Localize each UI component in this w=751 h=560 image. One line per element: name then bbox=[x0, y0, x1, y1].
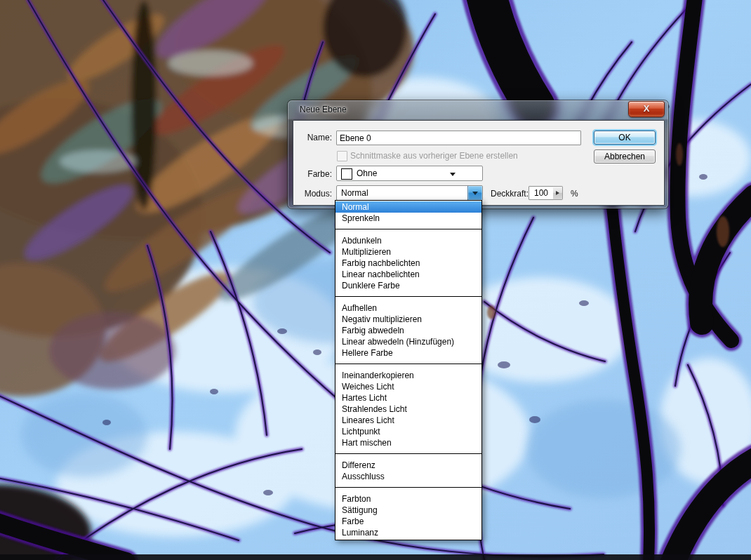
menu-item-differenz[interactable]: Differenz bbox=[335, 460, 481, 471]
color-swatch bbox=[341, 168, 352, 180]
chevron-down-icon bbox=[472, 192, 478, 195]
mode-label: Modus: bbox=[293, 189, 332, 199]
menu-item-aufhellen[interactable]: Aufhellen bbox=[335, 302, 481, 314]
mode-value: Normal bbox=[341, 188, 368, 198]
cancel-button[interactable]: Abbrechen bbox=[594, 149, 656, 164]
opacity-input[interactable] bbox=[529, 186, 554, 200]
menu-item-farbton[interactable]: Farbton bbox=[335, 493, 481, 505]
opacity-label: Deckkraft: bbox=[491, 189, 529, 199]
name-input[interactable] bbox=[336, 131, 581, 145]
menu-item-dunklere-farbe[interactable]: Dunklere Farbe bbox=[335, 280, 481, 291]
menu-item-sprenkeln[interactable]: Sprenkeln bbox=[335, 213, 481, 224]
menu-item-lineares-licht[interactable]: Lineares Licht bbox=[335, 415, 481, 426]
menu-item-weiches-licht[interactable]: Weiches Licht bbox=[335, 381, 481, 392]
menu-item-hellere-farbe[interactable]: Hellere Farbe bbox=[335, 347, 481, 359]
dialog-body: Name: OK Schnittmaske aus vorheriger Ebe… bbox=[293, 120, 665, 206]
menu-item-sättigung[interactable]: Sättigung bbox=[335, 505, 481, 516]
menu-item-lichtpunkt[interactable]: Lichtpunkt bbox=[335, 426, 481, 437]
color-select[interactable]: Ohne bbox=[336, 166, 483, 181]
name-label: Name: bbox=[293, 133, 332, 142]
close-icon: X bbox=[644, 103, 650, 114]
menu-separator bbox=[335, 296, 481, 297]
menu-separator bbox=[335, 453, 481, 454]
menu-item-strahlendes-licht[interactable]: Strahlendes Licht bbox=[335, 404, 481, 415]
menu-item-farbig-abwedeln[interactable]: Farbig abwedeln bbox=[335, 325, 481, 336]
menu-item-hartes-licht[interactable]: Hartes Licht bbox=[335, 392, 481, 404]
menu-separator bbox=[335, 229, 481, 229]
menu-item-linear-nachbelichten[interactable]: Linear nachbelichten bbox=[335, 269, 481, 280]
close-button[interactable]: X bbox=[628, 101, 665, 117]
opacity-unit: % bbox=[571, 189, 578, 199]
mode-menu: NormalSprenkelnAbdunkelnMultiplizierenFa… bbox=[335, 200, 482, 540]
menu-item-multiplizieren[interactable]: Multiplizieren bbox=[335, 246, 481, 258]
clipping-mask-label: Schnittmaske aus vorheriger Ebene erstel… bbox=[350, 151, 518, 161]
menu-item-linear-abwedeln-hinzufügen-[interactable]: Linear abwedeln (Hinzufügen) bbox=[335, 336, 481, 347]
menu-item-negativ-multiplizieren[interactable]: Negativ multiplizieren bbox=[335, 314, 481, 325]
color-value: Ohne bbox=[357, 168, 377, 178]
menu-item-ausschluss[interactable]: Ausschluss bbox=[335, 471, 481, 482]
ok-button[interactable]: OK bbox=[594, 131, 656, 145]
new-layer-dialog: Neue Ebene X Name: OK Schnittmaske aus v… bbox=[288, 100, 668, 208]
mode-dropdown-button[interactable] bbox=[467, 186, 482, 200]
menu-separator bbox=[335, 487, 481, 488]
menu-item-farbe[interactable]: Farbe bbox=[335, 516, 481, 527]
menu-item-normal[interactable]: Normal bbox=[335, 201, 481, 213]
clipping-mask-checkbox[interactable] bbox=[337, 151, 347, 161]
dialog-titlebar[interactable]: Neue Ebene X bbox=[288, 100, 668, 120]
dialog-title: Neue Ebene bbox=[300, 105, 347, 114]
opacity-stepper[interactable] bbox=[553, 186, 563, 200]
menu-item-abdunkeln[interactable]: Abdunkeln bbox=[335, 235, 481, 246]
color-label: Farbe: bbox=[293, 169, 332, 179]
menu-item-farbig-nachbelichten[interactable]: Farbig nachbelichten bbox=[335, 258, 481, 269]
menu-item-hart-mischen[interactable]: Hart mischen bbox=[335, 437, 481, 448]
arrow-right-icon bbox=[556, 191, 559, 195]
chevron-down-icon bbox=[450, 173, 456, 176]
menu-separator bbox=[335, 364, 481, 364]
menu-item-luminanz[interactable]: Luminanz bbox=[335, 527, 481, 538]
menu-item-ineinanderkopieren[interactable]: Ineinanderkopieren bbox=[335, 370, 481, 381]
mode-select[interactable]: Normal bbox=[336, 185, 483, 201]
